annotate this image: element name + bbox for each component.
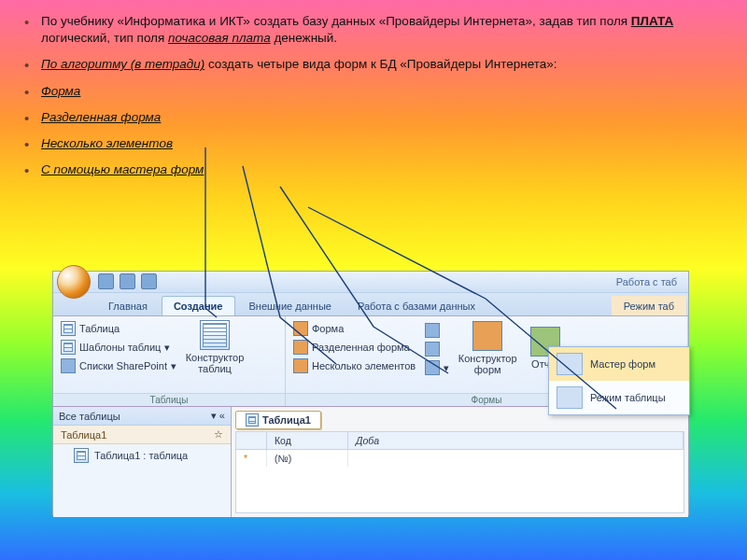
new-indicator: * bbox=[236, 450, 267, 467]
table-icon bbox=[61, 321, 76, 336]
btn-sharepoint[interactable]: Списки SharePoint▾ bbox=[59, 357, 178, 374]
bullet-5: Несколько элементов bbox=[41, 135, 721, 152]
ribbon-tabs: Главная Создание Внешние данные Работа с… bbox=[53, 293, 688, 316]
col-id[interactable]: Код bbox=[267, 432, 348, 449]
navpane-header[interactable]: Все таблицы ▾ « bbox=[53, 407, 231, 426]
redo-icon[interactable] bbox=[141, 273, 157, 289]
forms-dropdown: Мастер форм Режим таблицы bbox=[548, 346, 690, 415]
save-icon[interactable] bbox=[98, 273, 114, 289]
new-row[interactable]: * (№) bbox=[236, 450, 684, 467]
table-icon bbox=[61, 340, 76, 355]
label: Все таблицы bbox=[59, 411, 120, 422]
titlebar: Работа с таб bbox=[53, 272, 688, 293]
navpane-group[interactable]: Таблица1 ☆ bbox=[53, 426, 231, 444]
label: Конструктор форм bbox=[457, 353, 518, 375]
tab-contextual[interactable]: Режим таб bbox=[612, 296, 686, 315]
label: Режим таблицы bbox=[590, 392, 666, 403]
btn-more-forms-1[interactable] bbox=[423, 322, 451, 339]
form-icon bbox=[425, 323, 440, 338]
group-tables: Таблица Шаблоны таблиц▾ Списки SharePoin… bbox=[53, 316, 286, 406]
bullet-2: По алгоритму (в тетради) создать четыре … bbox=[41, 56, 721, 73]
label: Таблица1 bbox=[262, 414, 311, 426]
bullet-1: По учебнику «Информатика и ИКТ» создать … bbox=[41, 13, 721, 47]
dropdown-icon: ▾ bbox=[171, 360, 176, 372]
text: Форма bbox=[41, 84, 80, 98]
cell[interactable]: (№) bbox=[267, 450, 348, 467]
office-button[interactable] bbox=[57, 265, 91, 299]
row-selector-header[interactable] bbox=[236, 432, 267, 449]
text: денежный. bbox=[271, 31, 337, 45]
dropdown-icon: ▾ bbox=[444, 362, 449, 374]
text-bold: ПЛАТА bbox=[631, 14, 673, 28]
dd-datasheet[interactable]: Режим таблицы bbox=[549, 381, 689, 414]
label: Таблица bbox=[79, 323, 120, 334]
tab-external[interactable]: Внешние данные bbox=[237, 296, 344, 315]
access-screenshot: Работа с таб Главная Создание Внешние да… bbox=[52, 271, 689, 515]
btn-table[interactable]: Таблица bbox=[59, 320, 178, 337]
designer-icon bbox=[200, 320, 230, 350]
navigation-pane: Все таблицы ▾ « Таблица1 ☆ Таблица1 : та… bbox=[53, 407, 232, 517]
tab-dbtools[interactable]: Работа с базами данных bbox=[345, 296, 487, 315]
btn-form-designer[interactable]: Конструктор форм bbox=[457, 320, 518, 376]
label: Шаблоны таблиц bbox=[79, 342, 161, 353]
btn-table-designer[interactable]: Конструктор таблиц bbox=[184, 320, 246, 374]
text: Несколько элементов bbox=[41, 136, 173, 150]
btn-more-forms-2[interactable] bbox=[423, 341, 451, 357]
text: логический, тип поля bbox=[41, 31, 168, 45]
wizard-icon bbox=[557, 353, 583, 375]
window-title: Работа с таб bbox=[616, 276, 683, 287]
dropdown-icon: ▾ bbox=[164, 342, 170, 354]
label: Мастер форм bbox=[590, 358, 655, 370]
label: Конструктор таблиц bbox=[184, 352, 246, 374]
btn-form[interactable]: Форма bbox=[291, 320, 417, 337]
form-icon bbox=[425, 360, 440, 375]
document-tab[interactable]: Таблица1 bbox=[235, 411, 321, 429]
col-add[interactable]: Доба bbox=[348, 432, 684, 449]
tab-create[interactable]: Создание bbox=[162, 296, 235, 315]
undo-icon[interactable] bbox=[120, 273, 135, 289]
datasheet-icon bbox=[557, 386, 583, 409]
form-icon bbox=[425, 342, 440, 357]
text-underline: По алгоритму (в тетради) bbox=[41, 57, 204, 71]
sharepoint-icon bbox=[61, 358, 76, 373]
text: Разделенная форма bbox=[41, 110, 161, 124]
multi-icon bbox=[293, 358, 308, 373]
form-designer-icon bbox=[472, 321, 502, 351]
label: Несколько элементов bbox=[312, 360, 416, 371]
bullet-4: Разделенная форма bbox=[41, 109, 721, 126]
tab-home[interactable]: Главная bbox=[96, 296, 160, 315]
table-icon bbox=[246, 413, 259, 427]
collapse-icon: ☆ bbox=[214, 428, 223, 441]
btn-table-templates[interactable]: Шаблоны таблиц▾ bbox=[59, 339, 178, 356]
group-label: Таблицы bbox=[53, 393, 285, 406]
quick-access-toolbar bbox=[98, 273, 160, 291]
chevron-down-icon: ▾ « bbox=[211, 410, 225, 422]
bullet-3: Форма bbox=[41, 83, 721, 100]
text-italic: почасовая плата bbox=[168, 31, 271, 45]
split-form-icon bbox=[293, 340, 308, 355]
datasheet: Код Доба * (№) bbox=[235, 431, 684, 513]
label: Списки SharePoint bbox=[79, 360, 167, 371]
document-area: Таблица1 Код Доба * (№) bbox=[232, 407, 688, 517]
btn-split-form[interactable]: Разделенная форма bbox=[291, 339, 417, 356]
label: Таблица1 bbox=[61, 429, 106, 441]
column-headers: Код Доба bbox=[236, 432, 684, 450]
navpane-item[interactable]: Таблица1 : таблица bbox=[53, 444, 231, 467]
label: Форма bbox=[312, 323, 344, 334]
btn-multi-items[interactable]: Несколько элементов bbox=[291, 357, 417, 374]
text: По учебнику «Информатика и ИКТ» создать … bbox=[41, 14, 631, 28]
form-icon bbox=[293, 321, 308, 336]
label: Таблица1 : таблица bbox=[94, 450, 188, 461]
table-icon bbox=[74, 448, 89, 463]
text: создать четыре вида форм к БД «Провайдер… bbox=[204, 57, 557, 71]
bullet-6: С помощью мастера форм bbox=[41, 161, 721, 178]
btn-more-forms-dropdown[interactable]: ▾ bbox=[423, 359, 451, 376]
label: Разделенная форма bbox=[312, 342, 410, 353]
text: С помощью мастера форм bbox=[41, 162, 204, 176]
dd-form-wizard[interactable]: Мастер форм bbox=[549, 347, 689, 381]
